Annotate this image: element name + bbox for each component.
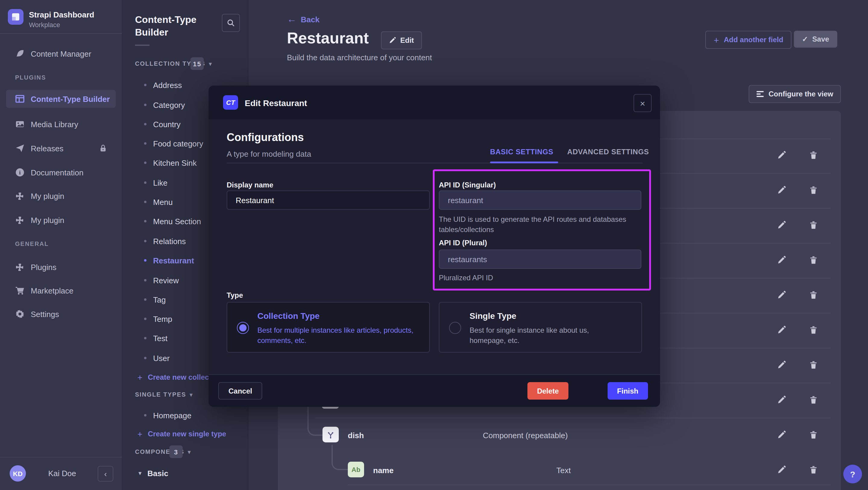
user-footer: KD Kai Doe ‹ bbox=[0, 457, 122, 490]
sidebar-item-my-plugin-1[interactable]: My plugin bbox=[0, 187, 122, 205]
strapi-logo-icon[interactable] bbox=[8, 9, 24, 25]
components-count-badge: 3 bbox=[169, 446, 183, 458]
finish-button[interactable]: Finish bbox=[607, 382, 648, 400]
save-button[interactable]: ✓ Save bbox=[794, 31, 837, 48]
option-single-type[interactable]: Single Type Best for single instance lik… bbox=[439, 302, 642, 353]
pencil-icon[interactable] bbox=[777, 290, 786, 300]
avatar[interactable]: KD bbox=[10, 465, 26, 482]
search-button[interactable] bbox=[222, 14, 240, 32]
collapse-sidebar-button[interactable]: ‹ bbox=[98, 466, 113, 482]
text-field-icon: Ab bbox=[348, 462, 364, 477]
add-another-field-button[interactable]: + Add another field bbox=[705, 31, 792, 49]
components-header[interactable]: COMPONENTS ▾ 3 bbox=[135, 449, 191, 455]
chevron-down-icon: ▾ bbox=[188, 449, 191, 455]
row-actions bbox=[777, 465, 819, 475]
sidebar-item-label: Marketplace bbox=[31, 286, 73, 295]
trash-icon[interactable] bbox=[809, 151, 818, 160]
sidebar-item-marketplace[interactable]: Marketplace bbox=[0, 281, 122, 300]
cart-icon bbox=[15, 286, 25, 295]
trash-icon[interactable] bbox=[809, 430, 818, 439]
bullet-icon bbox=[144, 357, 147, 359]
pencil-icon[interactable] bbox=[777, 360, 786, 369]
tab-advanced-settings[interactable]: ADVANCED SETTINGS bbox=[567, 148, 649, 156]
create-single-type-link[interactable]: +Create new single type bbox=[122, 427, 303, 441]
bullet-icon bbox=[144, 337, 147, 339]
sidebar-item-content-manager[interactable]: Content Manager bbox=[0, 44, 122, 63]
option-title: Single Type bbox=[470, 311, 516, 320]
tab-basic-settings[interactable]: BASIC SETTINGS bbox=[490, 148, 553, 156]
single-types-header[interactable]: SINGLE TYPES ▾ bbox=[135, 391, 193, 398]
option-collection-type[interactable]: Collection Type Best for multiple instan… bbox=[227, 302, 430, 353]
collection-types-header[interactable]: COLLECTION TYPES ▾ 15 bbox=[135, 60, 212, 67]
pencil-icon[interactable] bbox=[777, 255, 786, 265]
delete-button[interactable]: Delete bbox=[527, 382, 568, 400]
sidebar-item-media-library[interactable]: Media Library bbox=[0, 115, 122, 133]
display-name-label: Display name bbox=[227, 181, 273, 189]
chevron-down-icon: ▾ bbox=[138, 470, 141, 476]
trash-icon[interactable] bbox=[809, 395, 818, 404]
lock-icon bbox=[99, 144, 107, 152]
bullet-icon bbox=[144, 181, 147, 184]
modal-header: CT Edit Restaurant × bbox=[209, 86, 660, 120]
option-title: Collection Type bbox=[257, 311, 319, 320]
info-icon: i bbox=[15, 167, 25, 177]
option-description: Best for multiple instances like article… bbox=[257, 326, 414, 346]
trash-icon[interactable] bbox=[809, 465, 818, 474]
help-button[interactable]: ? bbox=[843, 465, 862, 483]
sidebar-item-content-type-builder[interactable]: Content-Type Builder bbox=[6, 90, 116, 108]
configure-view-button[interactable]: Configure the view bbox=[749, 85, 841, 103]
radio-selected-icon[interactable] bbox=[237, 322, 249, 334]
sidebar-item-label: Content-Type Builder bbox=[31, 94, 110, 103]
puzzle-icon bbox=[15, 262, 25, 272]
trash-icon[interactable] bbox=[809, 360, 818, 369]
back-link[interactable]: ← Back bbox=[287, 14, 319, 25]
display-name-input[interactable] bbox=[227, 190, 430, 210]
trash-icon[interactable] bbox=[809, 326, 818, 335]
trash-icon[interactable] bbox=[809, 290, 818, 300]
single-type-homepage[interactable]: Homepage bbox=[122, 408, 248, 423]
api-id-plural-label: API ID (Plural) bbox=[439, 239, 487, 247]
sidebar-item-releases[interactable]: Releases bbox=[0, 139, 122, 157]
pencil-icon[interactable] bbox=[777, 430, 786, 439]
divider bbox=[0, 33, 122, 34]
edit-button[interactable]: Edit bbox=[381, 31, 422, 50]
tree-connector bbox=[332, 445, 348, 470]
layout-grid-icon bbox=[15, 94, 25, 104]
image-icon bbox=[15, 119, 25, 129]
trash-icon[interactable] bbox=[809, 255, 818, 265]
row-actions bbox=[777, 395, 819, 405]
gear-icon bbox=[15, 309, 25, 319]
divider bbox=[135, 44, 150, 46]
row-actions bbox=[777, 290, 819, 300]
pencil-icon[interactable] bbox=[777, 326, 786, 335]
pencil-icon[interactable] bbox=[777, 395, 786, 404]
component-group-basic[interactable]: ▾Basic bbox=[122, 466, 248, 480]
sidebar-item-label: Plugins bbox=[31, 263, 56, 272]
cancel-button[interactable]: Cancel bbox=[218, 382, 262, 400]
trash-icon[interactable] bbox=[809, 221, 818, 229]
pencil-icon[interactable] bbox=[777, 221, 786, 229]
pencil-icon[interactable] bbox=[777, 465, 786, 474]
bullet-icon bbox=[144, 414, 147, 417]
radio-unselected-icon[interactable] bbox=[449, 322, 461, 334]
sidebar-item-plugins[interactable]: Plugins bbox=[0, 258, 122, 276]
pencil-icon[interactable] bbox=[777, 151, 786, 160]
bullet-icon bbox=[144, 201, 147, 203]
sidebar-item-my-plugin-2[interactable]: My plugin bbox=[0, 211, 122, 229]
search-icon bbox=[227, 19, 235, 27]
content-type-badge: CT bbox=[223, 95, 238, 110]
configurations-heading: Configurations bbox=[227, 131, 304, 144]
modal-footer: Cancel Delete Finish bbox=[209, 374, 660, 407]
close-button[interactable]: × bbox=[633, 94, 652, 112]
pencil-icon[interactable] bbox=[777, 186, 786, 195]
sidebar-item-documentation[interactable]: i Documentation bbox=[0, 163, 122, 181]
api-id-plural-input[interactable] bbox=[439, 249, 641, 269]
sidebar-item-label: Releases bbox=[31, 144, 63, 153]
plus-icon: + bbox=[137, 429, 142, 439]
plus-icon: + bbox=[714, 35, 719, 45]
bullet-icon bbox=[144, 259, 147, 262]
trash-icon[interactable] bbox=[809, 186, 818, 195]
api-id-singular-input[interactable] bbox=[439, 190, 641, 210]
sidebar-item-settings[interactable]: Settings bbox=[0, 305, 122, 323]
workspace-title: Strapi Dashboard bbox=[29, 10, 94, 19]
